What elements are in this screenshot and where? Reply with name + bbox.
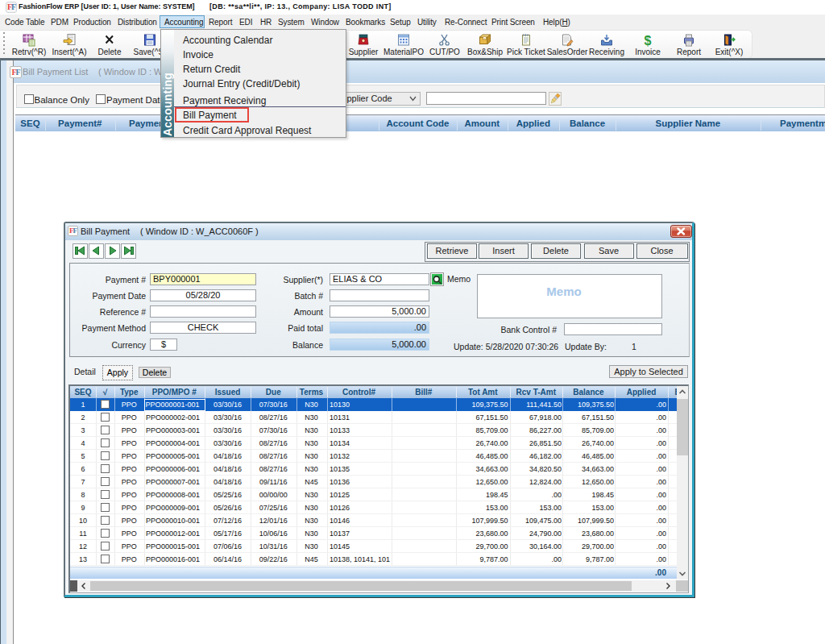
svg-text:$: $: [645, 34, 652, 48]
